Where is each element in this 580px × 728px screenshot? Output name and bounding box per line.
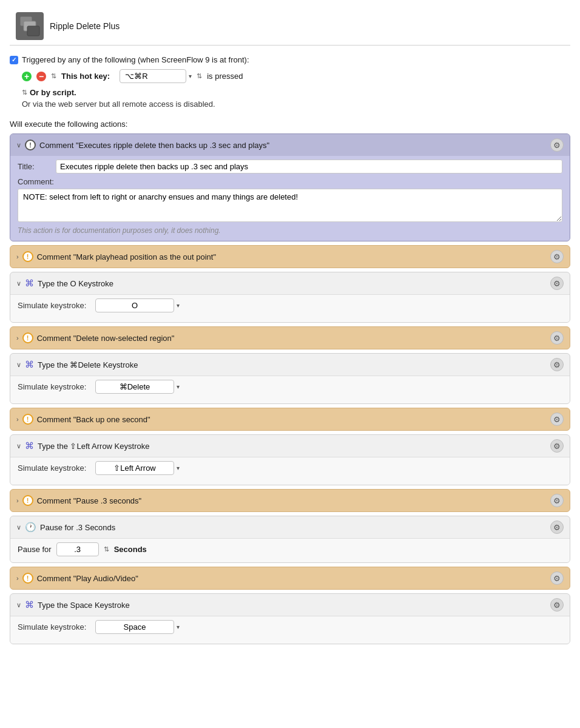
simulate-label-ks4: Simulate keystroke: <box>18 622 90 632</box>
svg-rect-2 <box>27 26 39 36</box>
simulate-label-ks2: Simulate keystroke: <box>18 382 90 391</box>
action-header-left-5: › ! Comment "Pause .3 seconds" <box>16 495 141 506</box>
keystroke-input-ks3[interactable] <box>95 461 174 475</box>
hotkey-label: This hot key: <box>61 72 110 81</box>
keystroke-input-group-ks4: ▾ <box>95 620 180 634</box>
action-label-comment4: Comment "Back up one second" <box>37 415 150 424</box>
header-row: Ripple Delete Plus <box>10 7 570 46</box>
keystroke-dropdown-ks2[interactable]: ▾ <box>177 383 180 390</box>
gear-button-comment1[interactable]: ⚙ <box>550 138 564 152</box>
seconds-label: Seconds <box>114 545 147 554</box>
action-header-left-ks1: ∨ ⌘ Type the O Keystroke <box>16 278 113 289</box>
action-body-ks2: Simulate keystroke: ▾ <box>10 376 570 403</box>
gear-button-ks4[interactable]: ⚙ <box>550 598 564 612</box>
collapse-arrow-ks3[interactable]: ∨ <box>16 442 21 450</box>
script-updown-icon: ⇅ <box>22 89 27 96</box>
collapse-arrow-comment1[interactable]: ∨ <box>16 141 21 149</box>
simulate-label-ks3: Simulate keystroke: <box>18 463 90 473</box>
keystroke-input-ks4[interactable] <box>95 620 174 634</box>
action-label-ks3: Type the ⇧Left Arrow Keystroke <box>38 442 149 451</box>
action-header-left: ∨ ! Comment "Executes ripple delete then… <box>16 140 269 150</box>
action-comment-collapsed-2: › ! Comment "Mark playhead position as t… <box>10 245 570 268</box>
pause-for-label: Pause for <box>18 545 52 554</box>
action-header-left-2: › ! Comment "Mark playhead position as t… <box>16 251 216 262</box>
cmd-icon-ks1: ⌘ <box>25 278 34 289</box>
action-label-comment1: Comment "Executes ripple delete then bac… <box>39 141 269 150</box>
keystroke-input-group-ks1: ▾ <box>95 298 180 312</box>
action-comment-collapsed-6: › ! Comment "Play Audio/Video" ⚙ <box>10 567 570 590</box>
app-icon <box>16 12 44 40</box>
keystroke-dropdown-ks1[interactable]: ▾ <box>177 302 180 309</box>
keystroke-input-group-ks3: ▾ <box>95 461 180 475</box>
collapse-arrow-ks1[interactable]: ∨ <box>16 280 21 288</box>
gear-button-ks2[interactable]: ⚙ <box>550 358 564 371</box>
action-label-comment6: Comment "Play Audio/Video" <box>37 574 138 583</box>
documentation-note: This action is for documentation purpose… <box>18 226 562 235</box>
action-header-left-3: › ! Comment "Delete now-selected region" <box>16 332 174 343</box>
gear-button-comment6[interactable]: ⚙ <box>550 571 564 585</box>
collapse-arrow-ks4[interactable]: ∨ <box>16 601 21 609</box>
hotkey-updown-icon: ⇅ <box>51 72 56 80</box>
simulate-row-ks1: Simulate keystroke: ▾ <box>18 298 562 312</box>
action-pause-1: ∨ 🕐 Pause for .3 Seconds ⚙ Pause for ⇅ S… <box>10 516 570 563</box>
trigger-section: Triggered by any of the following (when … <box>10 52 570 115</box>
keystroke-input-ks1[interactable] <box>95 298 174 312</box>
hotkey-row: + − ⇅ This hot key: ▾ ⇅ is pressed <box>22 69 570 83</box>
action-label-ks2: Type the ⌘Delete Keystroke <box>38 360 138 369</box>
gear-button-ks1[interactable]: ⚙ <box>550 277 564 290</box>
app-title: Ripple Delete Plus <box>50 21 120 31</box>
expand-arrow-comment2[interactable]: › <box>16 253 19 260</box>
action-label-ks1: Type the O Keystroke <box>38 279 113 288</box>
keystroke-input-ks2[interactable] <box>95 380 174 394</box>
gear-button-comment4[interactable]: ⚙ <box>550 413 564 426</box>
gear-button-ks3[interactable]: ⚙ <box>550 439 564 453</box>
action-keystroke-2: ∨ ⌘ Type the ⌘Delete Keystroke ⚙ Simulat… <box>10 353 570 404</box>
action-comment-collapsed-3: › ! Comment "Delete now-selected region"… <box>10 326 570 349</box>
title-row: Title: <box>18 160 562 174</box>
action-keystroke-3: ∨ ⌘ Type the ⇧Left Arrow Keystroke ⚙ Sim… <box>10 434 570 485</box>
action-label-ks4: Type the Space Keystroke <box>38 601 130 610</box>
action-label-comment5: Comment "Pause .3 seconds" <box>37 496 142 505</box>
hotkey-label-text: This hot key: <box>61 72 110 81</box>
action-label-pause1: Pause for .3 Seconds <box>40 523 115 532</box>
keystroke-dropdown-ks4[interactable]: ▾ <box>177 624 180 630</box>
add-hotkey-button[interactable]: + <box>22 72 32 81</box>
trigger-line: Triggered by any of the following (when … <box>10 55 570 64</box>
action-keystroke-1: ∨ ⌘ Type the O Keystroke ⚙ Simulate keys… <box>10 272 570 323</box>
expand-arrow-comment5[interactable]: › <box>16 497 19 504</box>
hotkey-input[interactable] <box>120 69 186 83</box>
gear-button-comment2[interactable]: ⚙ <box>550 250 564 263</box>
trigger-checkbox[interactable] <box>10 56 18 64</box>
title-label: Title: <box>18 162 51 171</box>
exclaim-icon-comment1: ! <box>25 140 36 150</box>
action-header-ks2: ∨ ⌘ Type the ⌘Delete Keystroke ⚙ <box>10 354 570 376</box>
action-header-comment1: ∨ ! Comment "Executes ripple delete then… <box>10 134 570 156</box>
expand-arrow-comment3[interactable]: › <box>16 334 19 342</box>
expand-arrow-comment4[interactable]: › <box>16 416 19 423</box>
keystroke-dropdown-ks3[interactable]: ▾ <box>177 465 180 471</box>
collapse-arrow-ks2[interactable]: ∨ <box>16 361 21 369</box>
title-input[interactable] <box>56 160 562 174</box>
expand-arrow-comment6[interactable]: › <box>16 575 19 582</box>
script-label: Or by script. <box>30 88 76 97</box>
hotkey-input-group: ▾ <box>120 69 192 83</box>
pause-value-input[interactable] <box>56 542 99 556</box>
comment-textarea[interactable]: NOTE: select from left to right or anarc… <box>18 189 562 222</box>
action-header-ks3: ∨ ⌘ Type the ⇧Left Arrow Keystroke ⚙ <box>10 435 570 457</box>
action-label-comment2: Comment "Mark playhead position as the o… <box>37 252 216 261</box>
gear-button-comment5[interactable]: ⚙ <box>550 494 564 507</box>
simulate-row-ks3: Simulate keystroke: ▾ <box>18 461 562 475</box>
remove-hotkey-button[interactable]: − <box>36 72 46 81</box>
pause-row: Pause for ⇅ Seconds <box>18 542 562 556</box>
action-comment-collapsed-5: › ! Comment "Pause .3 seconds" ⚙ <box>10 489 570 512</box>
hotkey-dropdown-arrow[interactable]: ▾ <box>189 73 192 79</box>
action-header-left-pause1: ∨ 🕐 Pause for .3 Seconds <box>16 522 115 533</box>
pause-updown-icon: ⇅ <box>104 545 109 553</box>
gear-button-pause1[interactable]: ⚙ <box>550 521 564 534</box>
web-server-line: Or via the web server but all remote acc… <box>22 99 570 109</box>
gear-button-comment3[interactable]: ⚙ <box>550 331 564 345</box>
is-pressed-label: is pressed <box>207 72 243 81</box>
keystroke-input-group-ks2: ▾ <box>95 380 180 394</box>
script-line: ⇅ Or by script. <box>22 88 570 97</box>
collapse-arrow-pause1[interactable]: ∨ <box>16 524 21 531</box>
